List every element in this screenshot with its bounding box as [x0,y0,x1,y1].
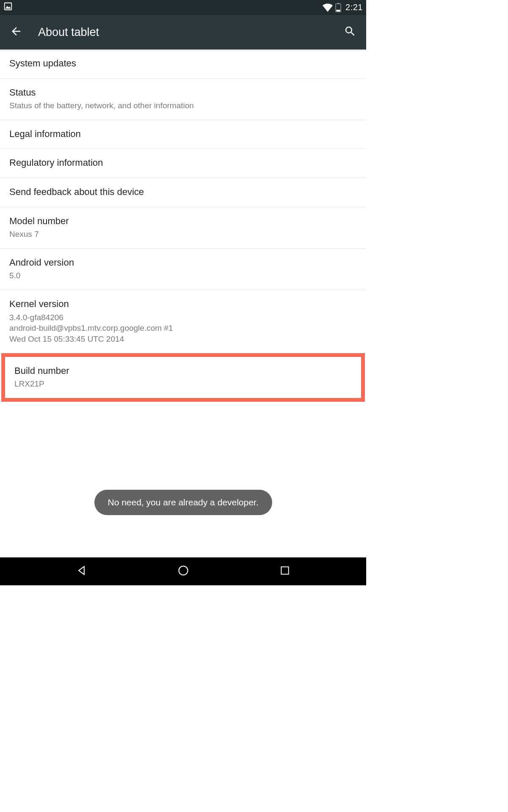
battery-icon [335,3,341,12]
toast-text: No need, you are already a developer. [108,497,258,507]
toast-message: No need, you are already a developer. [94,490,272,515]
svg-point-5 [179,566,188,575]
item-subtitle: Status of the battery, network, and othe… [9,100,357,111]
item-title: System updates [9,58,357,70]
item-model-number[interactable]: Model number Nexus 7 [0,207,366,249]
status-clock: 2:21 [345,3,363,12]
item-subtitle: LRX21P [14,379,352,390]
item-build-number[interactable]: Build number LRX21P [5,357,361,398]
search-icon [344,25,356,39]
nav-back-icon [76,565,88,578]
item-title: Legal information [9,128,357,140]
item-send-feedback[interactable]: Send feedback about this device [0,178,366,207]
svg-rect-3 [337,3,339,4]
nav-home-icon [177,565,189,578]
item-title: Regulatory information [9,157,357,169]
item-legal-information[interactable]: Legal information [0,120,366,149]
navigation-bar [0,557,366,585]
app-bar-title: About tablet [38,26,340,39]
item-title: Send feedback about this device [9,186,357,198]
item-status[interactable]: Status Status of the battery, network, a… [0,79,366,120]
item-title: Status [9,87,357,99]
status-bar: 2:21 [0,0,366,15]
item-subtitle: 3.4.0-gfa84206 android-build@vpbs1.mtv.c… [9,312,357,345]
svg-rect-0 [5,3,12,10]
item-system-updates[interactable]: System updates [0,49,366,79]
highlight-build-number: Build number LRX21P [1,353,365,402]
item-kernel-version[interactable]: Kernel version 3.4.0-gfa84206 android-bu… [0,290,366,354]
item-title: Model number [9,215,357,228]
nav-back-button[interactable] [65,561,99,582]
item-title: Build number [14,365,352,377]
item-subtitle: 5.0 [9,270,357,281]
app-bar: About tablet [0,15,366,49]
status-left [3,2,13,13]
back-button[interactable] [6,22,26,42]
nav-recent-icon [279,565,290,578]
nav-home-button[interactable] [166,561,200,582]
svg-rect-6 [281,567,288,574]
arrow-back-icon [10,25,22,39]
status-right: 2:21 [323,3,363,12]
image-icon [3,2,13,13]
nav-inner [65,561,302,582]
item-subtitle: Nexus 7 [9,229,357,240]
wifi-icon [323,3,333,12]
item-regulatory-information[interactable]: Regulatory information [0,149,366,178]
settings-list: System updates Status Status of the batt… [0,49,366,402]
item-android-version[interactable]: Android version 5.0 [0,249,366,290]
item-title: Android version [9,257,357,269]
svg-rect-4 [337,10,340,12]
svg-marker-1 [6,6,11,8]
search-button[interactable] [340,22,360,42]
item-title: Kernel version [9,298,357,310]
nav-recent-button[interactable] [268,561,302,582]
